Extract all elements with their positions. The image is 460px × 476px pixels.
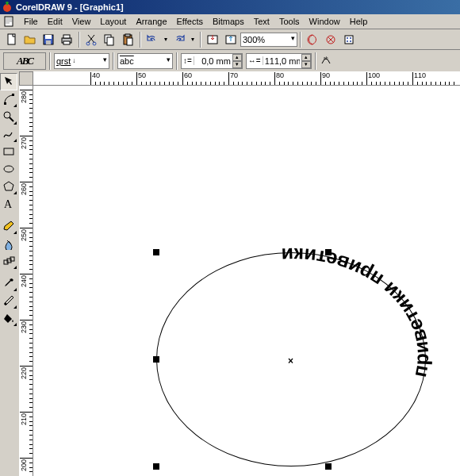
svg-point-27 bbox=[4, 112, 10, 118]
offset-down[interactable]: ▼ bbox=[232, 61, 242, 68]
canvas-area: 405060708090100110 280270260250240230220… bbox=[19, 71, 460, 476]
text-distance-field[interactable]: ↔= ▲▼ bbox=[246, 53, 312, 69]
menu-edit[interactable]: Edit bbox=[43, 16, 67, 27]
polygon-tool[interactable] bbox=[0, 178, 17, 195]
drawing-canvas[interactable]: приветики приветики × bbox=[33, 86, 460, 476]
import-button[interactable] bbox=[204, 31, 221, 48]
redo-dropdown[interactable]: ▾ bbox=[189, 31, 197, 48]
svg-rect-15 bbox=[127, 38, 132, 45]
pick-tool[interactable] bbox=[0, 73, 17, 90]
app-icon bbox=[2, 2, 13, 13]
selection-handle[interactable] bbox=[153, 249, 159, 255]
place-on-other-side-button[interactable]: ab bbox=[320, 54, 332, 68]
fill-tool[interactable] bbox=[0, 309, 17, 327]
print-button[interactable] bbox=[58, 31, 75, 48]
selection-handle[interactable] bbox=[153, 463, 159, 470]
distance-input[interactable] bbox=[263, 56, 301, 66]
text-tool[interactable]: A bbox=[0, 195, 17, 213]
doc-icon[interactable] bbox=[3, 16, 14, 27]
ruler-origin[interactable] bbox=[19, 71, 33, 86]
rectangle-tool[interactable] bbox=[0, 143, 17, 160]
separator bbox=[113, 52, 114, 70]
eyedropper-tool[interactable] bbox=[0, 274, 17, 292]
separator bbox=[176, 52, 178, 70]
cut-button[interactable] bbox=[82, 31, 100, 48]
ruler-tick-label: 240 bbox=[20, 275, 28, 287]
export-button[interactable] bbox=[222, 31, 240, 48]
ruler-tick-label: 70 bbox=[230, 71, 238, 79]
copy-button[interactable] bbox=[101, 31, 118, 48]
ruler-tick-label: 210 bbox=[20, 413, 28, 425]
workspace: A 405060708090100110 2802702602502402302… bbox=[0, 71, 460, 476]
app-launcher-button[interactable] bbox=[304, 31, 321, 48]
zoom-combo[interactable]: 300% bbox=[240, 33, 297, 47]
redo-button[interactable] bbox=[171, 31, 188, 48]
new-file-button[interactable] bbox=[3, 31, 21, 48]
options-button[interactable] bbox=[340, 31, 358, 48]
svg-point-21 bbox=[350, 37, 351, 39]
open-button[interactable] bbox=[21, 31, 39, 48]
text-offset-field[interactable]: ↕= ▲▼ bbox=[181, 53, 243, 69]
ruler-tick-label: 100 bbox=[368, 71, 380, 79]
separator bbox=[140, 32, 141, 48]
interactive-fill-tool[interactable] bbox=[0, 217, 17, 235]
shape-tool[interactable] bbox=[0, 90, 17, 108]
ruler-tick-label: 270 bbox=[20, 137, 28, 149]
save-button[interactable] bbox=[40, 31, 57, 48]
menu-arrange[interactable]: Arrange bbox=[131, 16, 171, 27]
svg-rect-2 bbox=[8, 34, 15, 44]
offset-input[interactable] bbox=[194, 56, 232, 66]
menu-help[interactable]: Help bbox=[345, 16, 373, 27]
ruler-tick-label: 220 bbox=[20, 367, 28, 379]
svg-point-20 bbox=[347, 37, 348, 39]
ruler-tick-label: 230 bbox=[20, 321, 28, 333]
svg-rect-28 bbox=[4, 148, 13, 155]
svg-point-34 bbox=[5, 303, 7, 305]
menu-layout[interactable]: Layout bbox=[95, 16, 131, 27]
menu-bitmaps[interactable]: Bitmaps bbox=[208, 16, 249, 27]
selection-handle[interactable] bbox=[325, 249, 332, 255]
corel-online-button[interactable] bbox=[322, 31, 339, 48]
separator bbox=[79, 32, 80, 48]
svg-rect-25 bbox=[4, 102, 6, 105]
svg-rect-7 bbox=[63, 35, 70, 38]
ruler-tick-label: 40 bbox=[92, 71, 100, 79]
svg-rect-19 bbox=[345, 36, 353, 44]
svg-text:ab: ab bbox=[324, 56, 328, 60]
zoom-tool[interactable] bbox=[0, 108, 17, 125]
menu-file[interactable]: File bbox=[19, 16, 43, 27]
dist-up[interactable]: ▲ bbox=[301, 54, 311, 61]
text-preset-combo[interactable]: qrst ↓▾ bbox=[54, 53, 109, 69]
dist-down[interactable]: ▼ bbox=[301, 61, 311, 68]
menu-effects[interactable]: Effects bbox=[172, 16, 208, 27]
undo-button[interactable] bbox=[144, 31, 161, 48]
paste-button[interactable] bbox=[119, 31, 136, 48]
text-orient-combo[interactable]: abc ▾ bbox=[117, 53, 173, 69]
app-title: CorelDRAW 9 - [Graphic1] bbox=[16, 2, 124, 12]
selection-handle[interactable] bbox=[153, 356, 159, 363]
separator bbox=[49, 52, 51, 70]
interactive-blend-tool[interactable] bbox=[0, 252, 17, 270]
menu-text[interactable]: Text bbox=[249, 16, 274, 27]
ruler-tick-label: 200 bbox=[20, 459, 28, 471]
separator bbox=[300, 32, 301, 48]
vertical-ruler[interactable]: 280270260250240230220210200190 bbox=[19, 86, 33, 476]
svg-rect-12 bbox=[107, 37, 113, 45]
menu-view[interactable]: View bbox=[67, 16, 96, 27]
svg-point-23 bbox=[350, 40, 351, 42]
offset-up[interactable]: ▲ bbox=[232, 54, 242, 61]
text-preset-value: qrst bbox=[56, 56, 71, 66]
svg-rect-4 bbox=[45, 35, 52, 39]
menu-tools[interactable]: Tools bbox=[274, 16, 305, 27]
selection-handle[interactable] bbox=[325, 463, 332, 470]
interactive-transparency-tool[interactable] bbox=[0, 235, 17, 252]
ellipse-tool[interactable] bbox=[0, 160, 17, 178]
freehand-tool[interactable] bbox=[0, 125, 17, 143]
svg-rect-8 bbox=[63, 41, 70, 44]
svg-rect-5 bbox=[46, 40, 51, 44]
horizontal-ruler[interactable]: 405060708090100110 bbox=[33, 71, 460, 86]
menu-window[interactable]: Window bbox=[305, 16, 345, 27]
titlebar: CorelDRAW 9 - [Graphic1] bbox=[0, 0, 460, 14]
outline-tool[interactable] bbox=[0, 292, 17, 309]
undo-dropdown[interactable]: ▾ bbox=[162, 31, 170, 48]
